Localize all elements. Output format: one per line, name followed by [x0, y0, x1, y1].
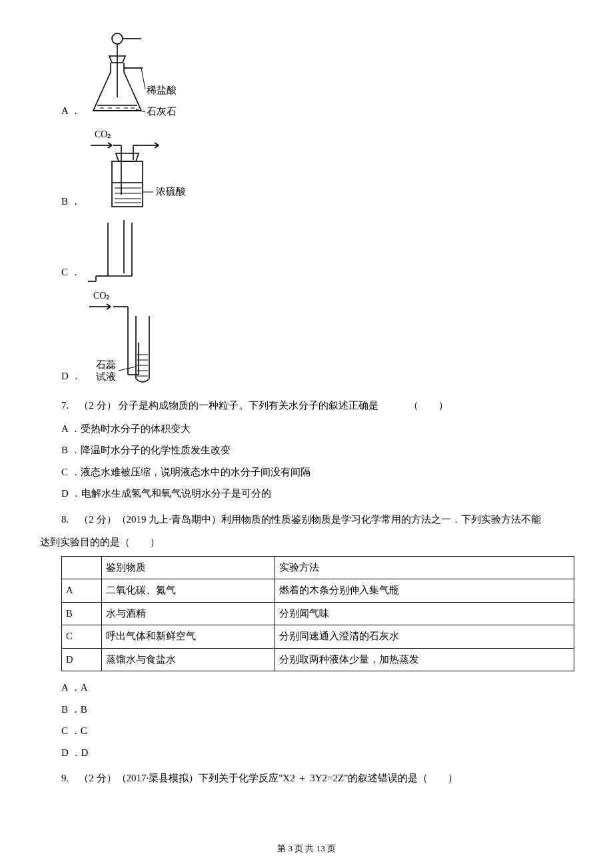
table-cell: C — [62, 625, 102, 649]
label-shihuishi: 石灰石 — [147, 106, 177, 117]
table-row: D 蒸馏水与食盐水 分别取两种液体少量，加热蒸发 — [62, 648, 574, 671]
q8-stem-line1: 8. （2 分）（2019 九上·青岛期中）利用物质的性质鉴别物质是学习化学常用… — [40, 510, 573, 529]
table-cell: 燃着的木条分别伸入集气瓶 — [275, 579, 574, 603]
q7-option-b: B ．降温时水分子的化学性质发生改变 — [40, 441, 573, 460]
table-cell: 实验方法 — [275, 556, 574, 579]
q7-option-d: D ．电解水生成氢气和氧气说明水分子是可分的 — [40, 484, 573, 503]
table-cell: 蒸馏水与食盐水 — [102, 648, 275, 671]
diagram-b: CO₂ — [84, 128, 211, 215]
label-shirui2: 试液 — [96, 371, 116, 382]
table-cell — [62, 556, 102, 579]
svg-rect-19 — [112, 161, 143, 207]
table-cell: 二氧化碳、氮气 — [102, 579, 275, 603]
q8-table: 鉴别物质 实验方法 A 二氧化碳、氮气 燃着的木条分别伸入集气瓶 B 水与酒精 … — [61, 556, 574, 672]
page-footer: 第 3 页 共 13 页 — [0, 841, 613, 857]
diagram-d: CO₂ — [84, 289, 177, 389]
table-cell: 分别闻气味 — [275, 602, 574, 625]
svg-point-0 — [112, 33, 123, 44]
table-row: A 二氧化碳、氮气 燃着的木条分别伸入集气瓶 — [62, 579, 574, 603]
option-d-row: D ． CO₂ — [40, 289, 573, 389]
table-cell: 分别同速通入澄清的石灰水 — [275, 625, 574, 649]
q8-option-a: A ．A — [40, 678, 573, 697]
q7-option-c: C ．液态水难被压缩，说明液态水中的水分子间没有间隔 — [40, 463, 573, 482]
diagram-a: 稀盐酸 石灰石 — [84, 31, 197, 124]
table-row: B 水与酒精 分别闻气味 — [62, 602, 574, 625]
option-c-label: C ． — [61, 263, 84, 286]
option-a-label: A ． — [61, 101, 84, 125]
table-row: C 呼出气体和新鲜空气 分别同速通入澄清的石灰水 — [62, 625, 574, 649]
option-a-row: A ． — [40, 31, 573, 124]
table-cell: 鉴别物质 — [102, 556, 275, 579]
option-b-row: B ． CO₂ — [40, 128, 573, 215]
label-xiyansuan: 稀盐酸 — [147, 85, 177, 95]
table-cell: 水与酒精 — [102, 602, 275, 625]
table-cell: B — [62, 602, 102, 625]
table-cell: 分别取两种液体少量，加热蒸发 — [275, 648, 574, 671]
q8-stem-line2: 达到实验目的的是（ ） — [40, 533, 573, 552]
table-cell: A — [62, 579, 102, 603]
label-co2-in-b: CO₂ — [95, 129, 111, 139]
table-cell: D — [62, 648, 102, 671]
table-cell: 呼出气体和新鲜空气 — [102, 625, 275, 649]
option-c-row: C ． — [40, 219, 573, 285]
q8-option-b: B ．B — [40, 700, 573, 719]
svg-line-11 — [141, 68, 145, 89]
label-nongliusuan: 浓硫酸 — [156, 186, 186, 197]
q7-option-a: A ．受热时水分子的体积变大 — [40, 419, 573, 439]
q9-stem: 9. （2 分）（2017·渠县模拟）下列关于化学反应"X2 ＋ 3Y2=2Z"… — [40, 769, 573, 788]
q8-option-d: D ．D — [40, 743, 573, 763]
q8-option-c: C ．C — [40, 721, 573, 741]
svg-line-45 — [119, 367, 136, 371]
label-co2-in-d: CO₂ — [93, 291, 110, 301]
option-d-label: D ． — [61, 367, 84, 390]
diagram-c — [84, 219, 157, 285]
label-shirui1: 石蕊 — [96, 359, 116, 370]
option-b-label: B ． — [61, 192, 84, 215]
table-row: 鉴别物质 实验方法 — [62, 556, 574, 579]
q7-stem: 7. （2 分） 分子是构成物质的一种粒子。下列有关水分子的叙述正确是 （ ） — [40, 396, 573, 415]
